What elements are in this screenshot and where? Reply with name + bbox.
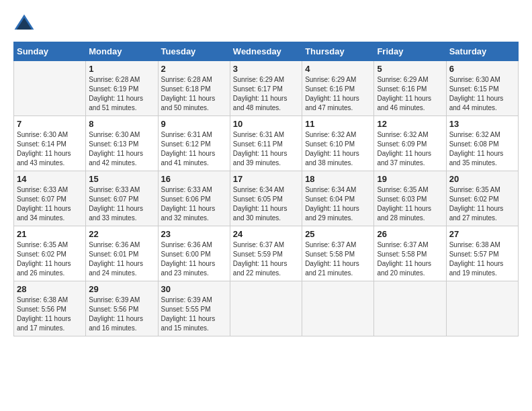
calendar-cell: 17Sunrise: 6:34 AM Sunset: 6:05 PM Dayli… bbox=[230, 171, 302, 226]
calendar-cell: 27Sunrise: 6:38 AM Sunset: 5:57 PM Dayli… bbox=[446, 226, 518, 281]
day-info: Sunrise: 6:33 AM Sunset: 6:07 PM Dayligh… bbox=[89, 185, 154, 223]
day-number: 7 bbox=[17, 119, 83, 129]
day-info: Sunrise: 6:32 AM Sunset: 6:09 PM Dayligh… bbox=[377, 130, 443, 168]
day-number: 15 bbox=[89, 174, 154, 184]
calendar-cell: 14Sunrise: 6:33 AM Sunset: 6:07 PM Dayli… bbox=[14, 171, 86, 226]
day-info: Sunrise: 6:37 AM Sunset: 5:58 PM Dayligh… bbox=[377, 240, 443, 278]
weekday-header-sunday: Sunday bbox=[14, 42, 86, 61]
day-info: Sunrise: 6:31 AM Sunset: 6:12 PM Dayligh… bbox=[161, 130, 227, 168]
day-info: Sunrise: 6:28 AM Sunset: 6:19 PM Dayligh… bbox=[89, 75, 154, 113]
calendar-table: SundayMondayTuesdayWednesdayThursdayFrid… bbox=[13, 42, 519, 336]
weekday-header-monday: Monday bbox=[86, 42, 158, 61]
weekday-header-wednesday: Wednesday bbox=[230, 42, 302, 61]
day-info: Sunrise: 6:35 AM Sunset: 6:02 PM Dayligh… bbox=[449, 185, 515, 223]
day-number: 27 bbox=[449, 229, 515, 239]
day-number: 19 bbox=[377, 174, 443, 184]
calendar-week-row: 14Sunrise: 6:33 AM Sunset: 6:07 PM Dayli… bbox=[14, 171, 519, 226]
calendar-cell bbox=[302, 281, 374, 336]
day-info: Sunrise: 6:29 AM Sunset: 6:17 PM Dayligh… bbox=[233, 75, 299, 113]
day-number: 12 bbox=[377, 119, 443, 129]
calendar-cell: 19Sunrise: 6:35 AM Sunset: 6:03 PM Dayli… bbox=[374, 171, 446, 226]
day-info: Sunrise: 6:38 AM Sunset: 5:56 PM Dayligh… bbox=[17, 295, 83, 333]
day-number: 25 bbox=[305, 229, 371, 239]
weekday-header-thursday: Thursday bbox=[302, 42, 374, 61]
day-info: Sunrise: 6:39 AM Sunset: 5:55 PM Dayligh… bbox=[161, 295, 227, 333]
day-number: 11 bbox=[305, 119, 371, 129]
calendar-cell bbox=[14, 61, 86, 116]
calendar-cell: 29Sunrise: 6:39 AM Sunset: 5:56 PM Dayli… bbox=[86, 281, 158, 336]
logo bbox=[13, 13, 38, 35]
calendar-cell: 10Sunrise: 6:31 AM Sunset: 6:11 PM Dayli… bbox=[230, 116, 302, 171]
calendar-cell: 28Sunrise: 6:38 AM Sunset: 5:56 PM Dayli… bbox=[14, 281, 86, 336]
calendar-week-row: 7Sunrise: 6:30 AM Sunset: 6:14 PM Daylig… bbox=[14, 116, 519, 171]
calendar-cell: 26Sunrise: 6:37 AM Sunset: 5:58 PM Dayli… bbox=[374, 226, 446, 281]
weekday-header-friday: Friday bbox=[374, 42, 446, 61]
day-number: 28 bbox=[17, 284, 83, 294]
day-number: 18 bbox=[305, 174, 371, 184]
calendar-week-row: 28Sunrise: 6:38 AM Sunset: 5:56 PM Dayli… bbox=[14, 281, 519, 336]
day-info: Sunrise: 6:30 AM Sunset: 6:14 PM Dayligh… bbox=[17, 130, 83, 168]
calendar-cell: 3Sunrise: 6:29 AM Sunset: 6:17 PM Daylig… bbox=[230, 61, 302, 116]
day-info: Sunrise: 6:32 AM Sunset: 6:10 PM Dayligh… bbox=[305, 130, 371, 168]
day-info: Sunrise: 6:37 AM Sunset: 5:58 PM Dayligh… bbox=[305, 240, 371, 278]
calendar-cell: 16Sunrise: 6:33 AM Sunset: 6:06 PM Dayli… bbox=[158, 171, 230, 226]
calendar-cell: 18Sunrise: 6:34 AM Sunset: 6:04 PM Dayli… bbox=[302, 171, 374, 226]
day-info: Sunrise: 6:30 AM Sunset: 6:15 PM Dayligh… bbox=[449, 75, 515, 113]
calendar-cell bbox=[446, 281, 518, 336]
calendar-week-row: 21Sunrise: 6:35 AM Sunset: 6:02 PM Dayli… bbox=[14, 226, 519, 281]
calendar-cell: 21Sunrise: 6:35 AM Sunset: 6:02 PM Dayli… bbox=[14, 226, 86, 281]
day-info: Sunrise: 6:36 AM Sunset: 6:01 PM Dayligh… bbox=[89, 240, 154, 278]
calendar-cell: 24Sunrise: 6:37 AM Sunset: 5:59 PM Dayli… bbox=[230, 226, 302, 281]
day-info: Sunrise: 6:36 AM Sunset: 6:00 PM Dayligh… bbox=[161, 240, 227, 278]
day-number: 14 bbox=[17, 174, 83, 184]
calendar-cell: 22Sunrise: 6:36 AM Sunset: 6:01 PM Dayli… bbox=[86, 226, 158, 281]
day-number: 17 bbox=[233, 174, 299, 184]
calendar-cell: 30Sunrise: 6:39 AM Sunset: 5:55 PM Dayli… bbox=[158, 281, 230, 336]
day-number: 24 bbox=[233, 229, 299, 239]
day-info: Sunrise: 6:34 AM Sunset: 6:05 PM Dayligh… bbox=[233, 185, 299, 223]
day-info: Sunrise: 6:29 AM Sunset: 6:16 PM Dayligh… bbox=[377, 75, 443, 113]
day-number: 5 bbox=[377, 64, 443, 74]
calendar-cell: 15Sunrise: 6:33 AM Sunset: 6:07 PM Dayli… bbox=[86, 171, 158, 226]
day-info: Sunrise: 6:31 AM Sunset: 6:11 PM Dayligh… bbox=[233, 130, 299, 168]
day-info: Sunrise: 6:33 AM Sunset: 6:06 PM Dayligh… bbox=[161, 185, 227, 223]
day-info: Sunrise: 6:33 AM Sunset: 6:07 PM Dayligh… bbox=[17, 185, 83, 223]
day-number: 20 bbox=[449, 174, 515, 184]
day-number: 29 bbox=[89, 284, 154, 294]
weekday-header-tuesday: Tuesday bbox=[158, 42, 230, 61]
day-info: Sunrise: 6:39 AM Sunset: 5:56 PM Dayligh… bbox=[89, 295, 154, 333]
calendar-cell: 1Sunrise: 6:28 AM Sunset: 6:19 PM Daylig… bbox=[86, 61, 158, 116]
day-number: 1 bbox=[89, 64, 154, 74]
day-info: Sunrise: 6:38 AM Sunset: 5:57 PM Dayligh… bbox=[449, 240, 515, 278]
day-number: 8 bbox=[89, 119, 154, 129]
calendar-cell: 23Sunrise: 6:36 AM Sunset: 6:00 PM Dayli… bbox=[158, 226, 230, 281]
day-number: 16 bbox=[161, 174, 227, 184]
day-info: Sunrise: 6:32 AM Sunset: 6:08 PM Dayligh… bbox=[449, 130, 515, 168]
calendar-week-row: 1Sunrise: 6:28 AM Sunset: 6:19 PM Daylig… bbox=[14, 61, 519, 116]
day-number: 21 bbox=[17, 229, 83, 239]
calendar-cell: 4Sunrise: 6:29 AM Sunset: 6:16 PM Daylig… bbox=[302, 61, 374, 116]
logo-icon bbox=[13, 13, 35, 35]
calendar-cell: 7Sunrise: 6:30 AM Sunset: 6:14 PM Daylig… bbox=[14, 116, 86, 171]
calendar-cell: 8Sunrise: 6:30 AM Sunset: 6:13 PM Daylig… bbox=[86, 116, 158, 171]
day-number: 4 bbox=[305, 64, 371, 74]
day-info: Sunrise: 6:37 AM Sunset: 5:59 PM Dayligh… bbox=[233, 240, 299, 278]
day-number: 10 bbox=[233, 119, 299, 129]
day-number: 22 bbox=[89, 229, 154, 239]
weekday-header-row: SundayMondayTuesdayWednesdayThursdayFrid… bbox=[14, 42, 519, 61]
calendar-cell: 12Sunrise: 6:32 AM Sunset: 6:09 PM Dayli… bbox=[374, 116, 446, 171]
calendar-cell: 20Sunrise: 6:35 AM Sunset: 6:02 PM Dayli… bbox=[446, 171, 518, 226]
calendar-cell bbox=[374, 281, 446, 336]
calendar-cell: 6Sunrise: 6:30 AM Sunset: 6:15 PM Daylig… bbox=[446, 61, 518, 116]
day-info: Sunrise: 6:28 AM Sunset: 6:18 PM Dayligh… bbox=[161, 75, 227, 113]
day-info: Sunrise: 6:29 AM Sunset: 6:16 PM Dayligh… bbox=[305, 75, 371, 113]
day-number: 6 bbox=[449, 64, 515, 74]
weekday-header-saturday: Saturday bbox=[446, 42, 518, 61]
day-number: 2 bbox=[161, 64, 227, 74]
day-number: 26 bbox=[377, 229, 443, 239]
calendar-cell: 2Sunrise: 6:28 AM Sunset: 6:18 PM Daylig… bbox=[158, 61, 230, 116]
day-info: Sunrise: 6:35 AM Sunset: 6:03 PM Dayligh… bbox=[377, 185, 443, 223]
day-number: 9 bbox=[161, 119, 227, 129]
day-info: Sunrise: 6:30 AM Sunset: 6:13 PM Dayligh… bbox=[89, 130, 154, 168]
calendar-cell: 5Sunrise: 6:29 AM Sunset: 6:16 PM Daylig… bbox=[374, 61, 446, 116]
